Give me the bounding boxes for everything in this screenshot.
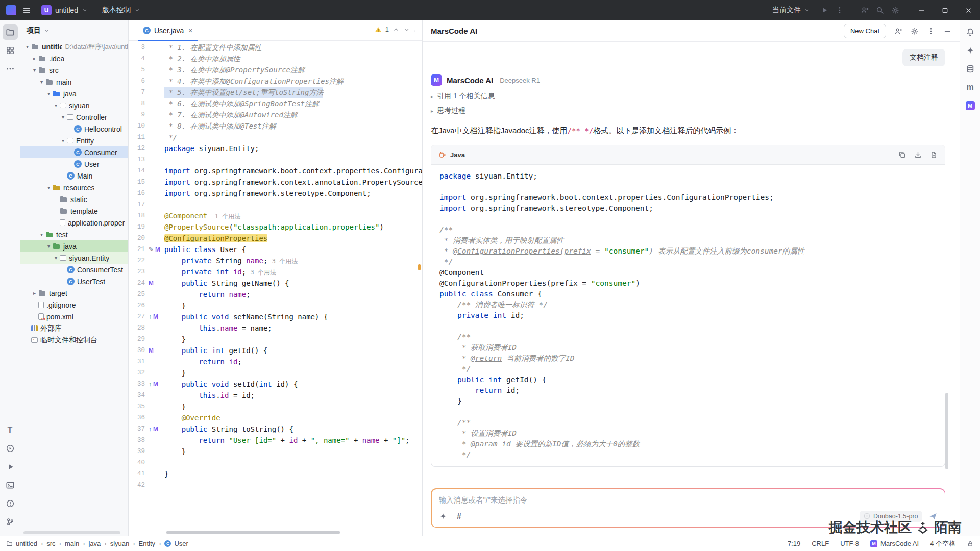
code-line[interactable]: 23 private int id; 3 个用法 [129, 266, 422, 278]
breadcrumb-item[interactable]: java [88, 540, 101, 547]
code-line[interactable]: 35 } [129, 401, 422, 412]
tree-item[interactable]: static [20, 193, 128, 205]
code-line[interactable]: 9 * 7. 在测试类中添加@Autowired注解 [129, 109, 422, 120]
share-icon[interactable] [894, 27, 902, 35]
setter-gutter-icon[interactable]: ↑ [149, 314, 152, 320]
more-actions-icon[interactable] [836, 6, 844, 14]
editor-hscrollbar[interactable] [166, 531, 340, 534]
code-line[interactable]: 3 * 1. 在配置文件中添加属性 [129, 42, 422, 53]
tree-item[interactable]: mpom.xml [20, 311, 128, 322]
code-line[interactable]: 18@Component 1 个用法 [129, 210, 422, 221]
structure-tool-icon[interactable] [3, 43, 18, 58]
inspection-widget[interactable]: 1 [371, 24, 414, 35]
breadcrumb-item[interactable]: main [65, 540, 79, 547]
chat-more-icon[interactable] [927, 27, 935, 35]
status-widget[interactable]: 4 个空格 [930, 539, 955, 548]
code-line[interactable]: 5 * 3. 在类中添加@PropertySource注解 [129, 64, 422, 76]
tree-item[interactable]: CConsumerTest [20, 264, 128, 276]
editor-code-area[interactable]: 3 * 1. 在配置文件中添加属性4 * 2. 在类中添加属性5 * 3. 在类… [129, 41, 422, 536]
prev-warning-icon[interactable] [393, 26, 400, 33]
copy-code-icon[interactable] [898, 151, 906, 159]
breadcrumb-item[interactable]: siyuan [110, 540, 130, 547]
code-line[interactable]: 6 * 4. 在类中添加@ConfigurationProperties注解 [129, 76, 422, 87]
tree-chevron-icon[interactable]: ▾ [59, 114, 67, 120]
override-gutter-icon[interactable]: ↑ [149, 426, 152, 432]
settings-icon[interactable] [891, 6, 899, 14]
code-line[interactable]: 38 return "User [id=" + id + ", name=" +… [129, 435, 422, 446]
tree-item[interactable]: ▾src [20, 64, 128, 76]
tree-chevron-icon[interactable]: ▾ [23, 44, 31, 49]
tree-item[interactable]: CUserTest [20, 276, 128, 287]
tree-chevron-icon[interactable]: ▾ [45, 243, 53, 249]
tab-options-icon[interactable] [414, 27, 422, 35]
code-line[interactable]: 41} [129, 468, 422, 480]
marscode-gutter-icon[interactable]: M [149, 347, 154, 354]
tree-item[interactable]: ▾test [20, 229, 128, 240]
tree-chevron-icon[interactable]: ▾ [38, 232, 45, 237]
tree-item[interactable]: ▾java [20, 88, 128, 99]
code-line[interactable]: 25 return name; [129, 289, 422, 300]
maximize-button[interactable] [933, 0, 957, 20]
tree-chevron-icon[interactable]: ▾ [31, 67, 38, 73]
project-hscrollbar[interactable] [23, 531, 120, 534]
tree-item[interactable]: ▾main [20, 76, 128, 88]
tree-chevron-icon[interactable]: ▸ [31, 290, 38, 296]
tree-item[interactable]: CUser [20, 158, 128, 170]
code-line[interactable]: 19@PropertySource("classpath:application… [129, 221, 422, 233]
close-button[interactable] [957, 0, 980, 20]
minimize-button[interactable] [910, 0, 933, 20]
code-line[interactable]: 39 } [129, 446, 422, 457]
status-widget[interactable]: 7:19 [788, 540, 800, 547]
code-line[interactable]: 20@ConfigurationProperties [129, 233, 422, 244]
edit-gutter-icon[interactable]: ✎ [149, 246, 154, 253]
code-line[interactable]: 36 @Override [129, 412, 422, 423]
version-control-tool-icon[interactable] [3, 514, 18, 530]
thinking-toggle[interactable]: ▸ 思考过程 [431, 106, 945, 115]
tree-item[interactable]: ▾Controller [20, 111, 128, 123]
error-stripe-mark[interactable] [418, 264, 421, 270]
prompt-skills-icon[interactable] [439, 512, 447, 520]
notifications-icon[interactable] [963, 24, 978, 40]
code-line[interactable]: 30M public int getId() { [129, 345, 422, 356]
tree-chevron-icon[interactable]: ▾ [45, 91, 53, 96]
code-line[interactable]: 32 } [129, 367, 422, 379]
tree-item[interactable]: 临时文件和控制台 [20, 334, 128, 346]
code-line[interactable]: 34 this.id = id; [129, 390, 422, 401]
database-tool-icon[interactable] [963, 61, 978, 77]
marscode-gutter-icon[interactable]: M [149, 280, 154, 286]
tree-item[interactable]: ▸target [20, 287, 128, 299]
code-line[interactable]: 26 } [129, 300, 422, 311]
tree-chevron-icon[interactable]: ▾ [52, 103, 60, 108]
setter-gutter-icon[interactable]: ↑ [149, 381, 152, 387]
collapse-panel-icon[interactable] [943, 27, 951, 35]
tree-item[interactable]: ▾siyuan.Entity [20, 252, 128, 264]
code-line[interactable]: 42 [129, 480, 422, 491]
tree-chevron-icon[interactable]: ▾ [38, 79, 45, 85]
more-tools-icon[interactable] [3, 61, 18, 77]
tab-user-java[interactable]: C User.java × [138, 20, 198, 40]
code-line[interactable]: 16import org.springframework.stereotype.… [129, 188, 422, 199]
status-widget[interactable]: UTF-8 [840, 540, 859, 547]
tree-item[interactable]: CHellocontrol [20, 123, 128, 135]
tree-item[interactable]: application.proper [20, 217, 128, 229]
code-line[interactable]: 13 [129, 154, 422, 165]
tree-item[interactable]: ▾java [20, 240, 128, 252]
code-line[interactable]: 17 [129, 199, 422, 210]
tree-item[interactable]: template [20, 205, 128, 217]
tree-chevron-icon[interactable]: ▾ [59, 138, 67, 143]
chat-message-input[interactable] [439, 496, 938, 504]
breadcrumb-item[interactable]: src [46, 540, 55, 547]
marscode-gutter-icon[interactable]: M [153, 426, 158, 432]
tree-chevron-icon[interactable]: ▾ [52, 255, 60, 261]
code-line[interactable]: 28 this.name = name; [129, 322, 422, 334]
code-line[interactable]: 22 private String name; 3 个用法 [129, 255, 422, 266]
tree-chevron-icon[interactable]: ▾ [45, 185, 53, 190]
status-widget[interactable]: CRLF [812, 540, 829, 547]
letter-t-tool-icon[interactable]: T [3, 422, 18, 438]
breadcrumb-item[interactable]: untitled [6, 540, 37, 547]
problems-tool-icon[interactable] [3, 496, 18, 511]
breadcrumb-item[interactable]: Entity [139, 540, 156, 547]
new-chat-button[interactable]: New Chat [844, 24, 886, 38]
code-line[interactable]: 8 * 6. 在测试类中添加@SpringBootTest注解 [129, 98, 422, 109]
code-line[interactable]: 11 */ [129, 132, 422, 143]
